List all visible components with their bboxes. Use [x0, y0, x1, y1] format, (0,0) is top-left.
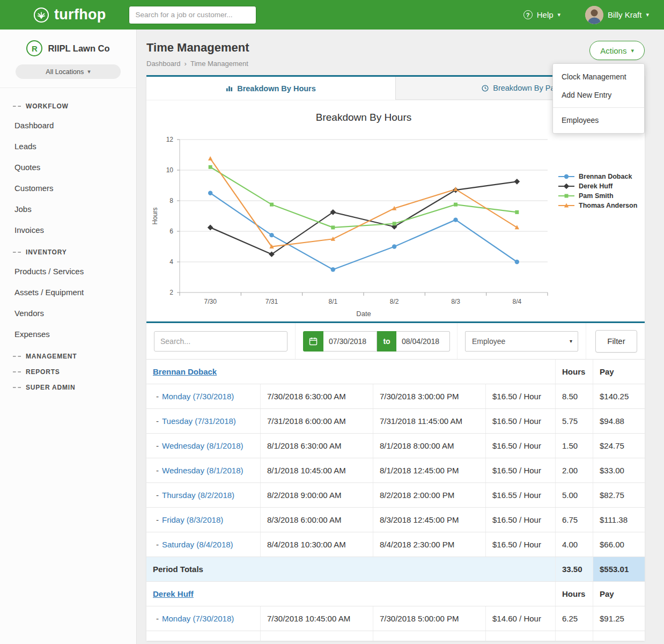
- sidebar-item-products-services[interactable]: Products / Services: [13, 261, 136, 282]
- date-range-group: to: [303, 331, 450, 352]
- entry-day-link[interactable]: Monday (7/30/2018): [162, 614, 234, 623]
- timesheet-entry-row: -Thursday (8/2/2018)8/2/2018 9:00:00 AM8…: [146, 483, 645, 508]
- entry-day-link[interactable]: Monday (7/30/2018): [162, 392, 234, 401]
- sidebar-item-invoices[interactable]: Invoices: [13, 219, 136, 240]
- locations-label: All Locations: [46, 68, 84, 76]
- filter-actions-cell: Filter: [586, 323, 645, 359]
- user-menu[interactable]: Billy Kraft ▾: [585, 6, 649, 24]
- timesheet-card: to Employee ▾ Filter Brennan DobackHours…: [146, 321, 645, 641]
- help-question-icon: ?: [523, 10, 533, 19]
- sidebar-nav: WORKFLOWDashboardLeadsQuotesCustomersJob…: [0, 88, 136, 391]
- clock-out-time: 7/30/2018 5:00:00 PM: [373, 606, 485, 631]
- svg-text:Date: Date: [356, 310, 371, 318]
- sidebar-item-jobs[interactable]: Jobs: [13, 199, 136, 219]
- filter-bar: to Employee ▾ Filter: [146, 323, 645, 360]
- clock-icon: [482, 85, 489, 92]
- date-from-input[interactable]: [323, 331, 377, 352]
- tab-breakdown-by-hours[interactable]: Breakdown By Hours: [146, 77, 395, 100]
- locations-dropdown[interactable]: All Locations ▾: [16, 64, 121, 79]
- sidebar-section-management: MANAGEMENT: [13, 353, 136, 360]
- brand-logo[interactable]: turfhop: [33, 6, 106, 23]
- topbar: turfhop ? Help ▾ Billy Kraft ▾: [0, 0, 664, 30]
- entry-hours: 5.75: [555, 409, 593, 433]
- employee-name-link[interactable]: Derek Huff: [153, 589, 194, 598]
- menu-item-add-new-entry[interactable]: Add New Entry: [553, 86, 644, 104]
- timesheet-table: Brennan DobackHoursPay-Monday (7/30/2018…: [146, 360, 645, 641]
- tab-pay-label: Breakdown By Pay: [493, 84, 559, 92]
- hours-column-header: Hours: [555, 582, 593, 606]
- entry-day-link[interactable]: Saturday (8/4/2018): [162, 540, 233, 549]
- actions-button-label: Actions: [600, 46, 626, 55]
- entry-hours: 5.00: [555, 483, 593, 507]
- timesheet-entry-row: -Tuesday (7/31/2018)7/31/2018 6:00:00 AM…: [146, 409, 645, 434]
- clock-out-time: 7/30/2018 3:00:00 PM: [373, 384, 485, 408]
- entry-day-link[interactable]: Wednesday (8/1/2018): [162, 466, 244, 475]
- date-to-input[interactable]: [396, 331, 450, 352]
- entry-pay: $111.38: [593, 508, 645, 532]
- tab-hours-label: Breakdown By Hours: [237, 84, 316, 93]
- sidebar-section-inventory: INVENTORY: [13, 248, 136, 256]
- table-search-input[interactable]: [154, 331, 287, 352]
- sidebar-section-reports: REPORTS: [13, 368, 136, 376]
- sidebar-item-assets-equipment[interactable]: Assets / Equipment: [13, 282, 136, 303]
- svg-text:Brennan Doback: Brennan Doback: [579, 173, 632, 180]
- svg-text:Pam Smith: Pam Smith: [579, 192, 614, 200]
- company-name: RIIPL Lawn Co: [48, 43, 109, 54]
- entry-hours: 6.25: [555, 606, 593, 631]
- global-search-input[interactable]: [129, 6, 256, 24]
- entry-hours: 6.75: [555, 508, 593, 532]
- employee-header-row: Brennan DobackHoursPay: [146, 360, 645, 384]
- clock-in-time: 7/31/2018 6:00:00 AM: [260, 409, 373, 433]
- clock-in-time: 8/3/2018 6:00:00 AM: [260, 508, 373, 532]
- employee-name-link[interactable]: Brennan Doback: [153, 367, 217, 376]
- clock-in-time: 8/2/2018 9:00:00 AM: [260, 483, 373, 507]
- entry-day-link[interactable]: Tuesday (7/31/2018): [162, 416, 236, 426]
- timesheet-entry-row: -Monday (7/30/2018)7/30/2018 10:45:00 AM…: [146, 606, 645, 631]
- filter-dates-cell: to: [296, 323, 458, 359]
- pay-rate: $14.60 / Hour: [485, 606, 555, 631]
- entry-day-link[interactable]: Friday (8/3/2018): [162, 515, 223, 524]
- actions-dropdown-menu: Clock Management Add New Entry Employees: [552, 63, 645, 134]
- clock-out-time: 8/1/2018 12:45:00 PM: [373, 458, 485, 482]
- entry-day-link[interactable]: Wednesday (8/1/2018): [162, 441, 244, 450]
- svg-text:Thomas Anderson: Thomas Anderson: [579, 202, 637, 209]
- entry-pay: $140.25: [593, 384, 645, 408]
- filter-button[interactable]: Filter: [595, 330, 637, 353]
- pay-column-header: Pay: [593, 582, 645, 606]
- timesheet-entry-row: -Wednesday (8/1/2018)8/1/2018 6:30:00 AM…: [146, 434, 645, 458]
- entry-pay: $66.00: [593, 532, 645, 557]
- pay-rate: $16.50 / Hour: [485, 458, 555, 482]
- svg-text:Derek Huff: Derek Huff: [579, 182, 613, 190]
- period-totals-row: Period Totals33.50$553.01: [146, 557, 645, 582]
- sidebar-item-expenses[interactable]: Expenses: [13, 324, 136, 345]
- entry-day-link[interactable]: Thursday (8/2/2018): [162, 491, 234, 500]
- clock-in-time: 8/4/2018 10:30:00 AM: [260, 532, 373, 557]
- menu-divider: [553, 107, 644, 108]
- chevron-down-icon: ▾: [646, 11, 649, 18]
- menu-item-employees[interactable]: Employees: [553, 111, 644, 129]
- svg-text:2: 2: [169, 289, 173, 296]
- company-block: R RIIPL Lawn Co All Locations ▾: [0, 30, 136, 88]
- menu-item-clock-management[interactable]: Clock Management: [553, 68, 644, 86]
- clock-in-time: 7/30/2018 6:30:00 AM: [260, 384, 373, 408]
- sidebar-item-quotes[interactable]: Quotes: [13, 157, 136, 178]
- sidebar-item-vendors[interactable]: Vendors: [13, 303, 136, 324]
- sidebar-item-customers[interactable]: Customers: [13, 178, 136, 199]
- chevron-down-icon: ▾: [558, 11, 561, 18]
- tree-dash-icon: [13, 106, 21, 107]
- actions-button[interactable]: Actions ▾: [589, 41, 645, 60]
- sidebar-item-dashboard[interactable]: Dashboard: [13, 115, 136, 136]
- calendar-icon-button[interactable]: [303, 331, 323, 352]
- entry-pay: $24.75: [593, 434, 645, 458]
- period-total-pay: $553.01: [593, 557, 645, 581]
- svg-text:4: 4: [169, 258, 173, 266]
- filter-search-cell: [146, 323, 296, 359]
- employee-select[interactable]: Employee ▾: [465, 331, 578, 352]
- row-dash: -: [156, 441, 159, 450]
- help-menu[interactable]: ? Help ▾: [523, 10, 560, 19]
- sidebar-item-leads[interactable]: Leads: [13, 136, 136, 157]
- svg-text:8: 8: [169, 197, 173, 204]
- svg-text:8/2: 8/2: [390, 298, 399, 305]
- pay-rate: $16.50 / Hour: [485, 409, 555, 433]
- breadcrumb-dashboard-link[interactable]: Dashboard: [146, 60, 181, 68]
